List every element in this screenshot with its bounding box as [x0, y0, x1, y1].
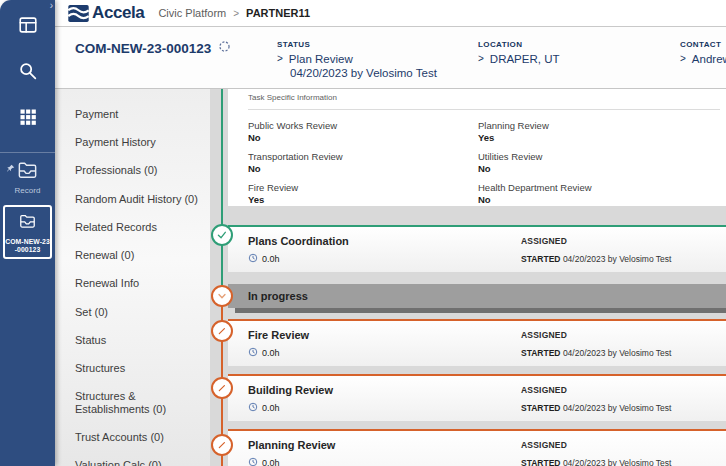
task-edit-icon[interactable] [211, 377, 233, 399]
info-field: Transportation Review No [248, 151, 478, 174]
chevron-right-icon: > [680, 53, 686, 65]
sidebar-expand-icon[interactable]: › [50, 1, 53, 11]
menu-item-payment[interactable]: Payment [55, 100, 210, 128]
chevron-right-icon: > [277, 53, 283, 65]
chevron-right-icon: > [478, 53, 484, 65]
menu-item-status[interactable]: Status [55, 326, 210, 354]
status-label: STATUS [277, 40, 437, 49]
menu-item-structures[interactable]: Structures [55, 355, 210, 383]
menu-item-payment-history[interactable]: Payment History [55, 128, 210, 156]
environment-name: PARTNER11 [246, 7, 310, 19]
task-hours-value: 0.0h [262, 254, 280, 264]
contact-label: CONTACT [680, 40, 726, 49]
clock-icon [248, 457, 258, 466]
clock-icon [248, 253, 258, 265]
top-header: Accela Civic Platform > PARTNER11 [55, 0, 726, 27]
active-record-id-line1: COM-NEW-23 [5, 238, 50, 246]
product-name: Civic Platform [158, 7, 226, 19]
menu-item-professionals[interactable]: Professionals (0) [55, 157, 210, 185]
menu-item-set[interactable]: Set (0) [55, 298, 210, 326]
sidebar-item-active-record[interactable]: COM-NEW-23 -000123 [3, 205, 52, 259]
task-hours-value: 0.0h [262, 403, 280, 413]
menu-item-valuation-calc[interactable]: Valuation Calc (0) [55, 451, 210, 466]
started-label: STARTED [521, 458, 561, 466]
assigned-label: ASSIGNED [521, 385, 567, 395]
accela-logo-icon [68, 5, 89, 22]
started-detail: 04/20/2023 by Velosimo Test [563, 254, 672, 264]
section-title: Task Specific Information [228, 89, 726, 102]
grid-apps-icon [18, 107, 38, 131]
in-progress-bar-shadow [235, 308, 726, 313]
clock-icon [248, 402, 258, 414]
sidebar-item-dashboard[interactable] [0, 8, 55, 46]
menu-item-related-records[interactable]: Related Records [55, 213, 210, 241]
task-card-fire-review[interactable]: Fire Review 0.0h ASSIGNED STARTED 04/20/… [228, 319, 726, 366]
sidebar-item-apps[interactable] [0, 100, 55, 138]
record-summary-bar: COM-NEW-23-000123 STATUS > Plan Review 0… [55, 27, 726, 89]
menu-item-structures-establishments[interactable]: Structures & Establishments (0) [55, 383, 210, 423]
assigned-label: ASSIGNED [521, 440, 567, 450]
layout-panel-icon [17, 14, 39, 40]
record-group-label: Record [0, 186, 55, 195]
menu-item-trust-accounts[interactable]: Trust Accounts (0) [55, 423, 210, 451]
info-field: Utilities Review No [478, 151, 726, 174]
task-specific-info-card: Task Specific Information Public Works R… [228, 89, 726, 206]
timeline-line-complete [221, 89, 223, 285]
sidebar-record-group[interactable]: Record [0, 153, 55, 195]
location-value[interactable]: > DRAPER, UT [478, 53, 560, 65]
menu-item-renewal-info[interactable]: Renewal Info [55, 270, 210, 298]
started-label: STARTED [521, 254, 561, 264]
task-name: Planning Review [248, 439, 335, 451]
in-progress-label: In progress [248, 290, 308, 302]
status-detail: 04/20/2023 by Velosimo Test [290, 67, 437, 79]
started-detail: 04/20/2023 by Velosimo Test [563, 403, 672, 413]
task-card-planning-review[interactable]: Planning Review 0.0h ASSIGNED STARTED 04… [228, 429, 726, 466]
contact-value[interactable]: > Andrew [680, 53, 726, 65]
app-sidebar: › Record COM-NEW-23 -000123 [0, 0, 55, 466]
info-field: Public Works Review No [248, 120, 478, 143]
task-name: Plans Coordination [248, 235, 349, 247]
record-nav-menu: Payment Payment History Professionals (0… [55, 89, 210, 466]
workflow-panel: Task Specific Information Public Works R… [210, 89, 726, 466]
task-edit-icon[interactable] [211, 320, 233, 342]
started-label: STARTED [521, 403, 561, 413]
status-value[interactable]: > Plan Review [277, 53, 437, 65]
clock-icon [248, 347, 258, 359]
info-field: Fire Review Yes [248, 182, 478, 205]
record-folder-icon [18, 217, 37, 234]
refresh-icon[interactable] [218, 40, 231, 56]
brand-name: Accela [92, 3, 144, 23]
search-icon [17, 60, 39, 86]
task-complete-icon[interactable] [211, 224, 233, 246]
record-id: COM-NEW-23-000123 [75, 41, 211, 56]
started-detail: 04/20/2023 by Velosimo Test [563, 348, 672, 358]
sidebar-item-search[interactable] [0, 54, 55, 92]
task-hours-value: 0.0h [262, 348, 280, 358]
in-progress-group-bar[interactable]: In progress [228, 284, 726, 308]
started-label: STARTED [521, 348, 561, 358]
menu-item-renewal[interactable]: Renewal (0) [55, 241, 210, 269]
task-card-plans-coordination[interactable]: Plans Coordination 0.0h ASSIGNED STARTED… [228, 225, 726, 272]
task-name: Building Review [248, 384, 333, 396]
menu-item-random-audit-history[interactable]: Random Audit History (0) [55, 185, 210, 213]
active-record-id-line2: -000123 [5, 246, 50, 254]
task-edit-icon[interactable] [211, 434, 233, 456]
pin-icon [6, 159, 15, 177]
task-name: Fire Review [248, 329, 309, 341]
breadcrumb-separator: > [233, 8, 239, 19]
location-label: LOCATION [478, 40, 560, 49]
info-field: Health Department Review No [478, 182, 726, 205]
started-detail: 04/20/2023 by Velosimo Test [563, 458, 672, 466]
task-hours-value: 0.0h [262, 458, 280, 466]
in-progress-chevron-icon[interactable] [211, 285, 233, 307]
assigned-label: ASSIGNED [521, 236, 567, 246]
task-card-building-review[interactable]: Building Review 0.0h ASSIGNED STARTED 04… [228, 374, 726, 421]
info-field: Planning Review Yes [478, 120, 726, 143]
assigned-label: ASSIGNED [521, 330, 567, 340]
